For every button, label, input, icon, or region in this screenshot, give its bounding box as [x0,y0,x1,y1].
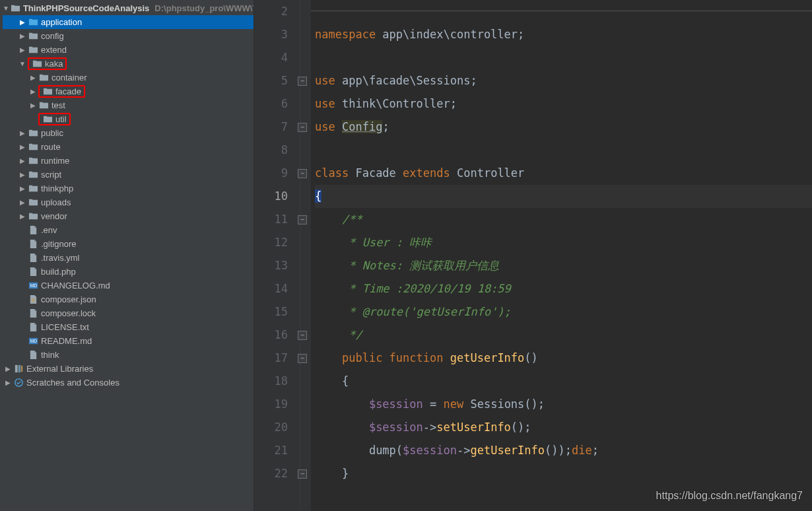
code-editor[interactable]: 2345678910111213141516171819202122 −−−−−… [254,0,812,511]
tree-item[interactable]: composer.lock [3,306,254,320]
tree-item[interactable]: composer.json [3,292,254,306]
tree-item[interactable]: ▶extend [3,43,254,57]
tree-item[interactable]: ▶Scratches and Consoles [3,376,254,390]
line-number[interactable]: 3 [254,23,300,46]
line-number[interactable]: 13 [254,254,300,277]
line-number[interactable]: 2 [254,0,300,23]
tree-item[interactable]: util [3,112,254,126]
expand-arrow-icon[interactable]: ▶ [4,379,12,386]
tree-item[interactable]: LICENSE.txt [3,320,254,334]
line-number[interactable]: 22 [254,462,300,485]
line-number[interactable]: 7 [254,116,300,139]
expand-arrow-icon[interactable]: ▶ [29,74,37,81]
code-line[interactable]: */ [315,324,812,347]
tree-item[interactable]: .env [3,223,254,237]
line-number[interactable]: 11 [254,208,300,231]
code-area[interactable]: namespace app\index\controller;use app\f… [311,0,812,511]
tree-item[interactable]: ▶facade [3,85,254,98]
code-line[interactable]: /** [315,208,812,231]
code-line[interactable]: { [315,185,812,208]
code-line[interactable]: use app\facade\Sessions; [315,69,812,92]
fold-toggle-icon[interactable]: − [298,77,307,86]
line-number[interactable]: 5 [254,69,300,92]
line-number[interactable]: 8 [254,139,300,162]
line-number[interactable]: 21 [254,439,300,462]
tree-item[interactable]: ▶thinkphp [3,182,254,195]
fold-toggle-icon[interactable]: − [298,215,307,224]
code-line[interactable]: use Config; [315,116,812,139]
code-line[interactable]: * Notes: 测试获取用户信息 [315,254,812,277]
tree-item[interactable]: build.php [3,265,254,279]
tree-item[interactable]: ▶script [3,168,254,182]
expand-arrow-icon[interactable]: ▼ [3,5,9,12]
line-number[interactable]: 15 [254,300,300,324]
code-line[interactable] [315,139,812,162]
line-number[interactable]: 17 [254,347,300,370]
expand-arrow-icon[interactable]: ▶ [18,171,26,178]
expand-arrow-icon[interactable]: ▼ [18,60,26,67]
line-number[interactable]: 19 [254,393,300,416]
tree-item[interactable]: ▶route [3,140,254,154]
code-line[interactable]: class Facade extends Controller [315,162,812,185]
tree-item[interactable]: ▶runtime [3,154,254,168]
expand-arrow-icon[interactable]: ▶ [18,199,26,206]
expand-arrow-icon[interactable]: ▶ [29,102,37,109]
line-number[interactable]: 12 [254,231,300,254]
line-number[interactable]: 9 [254,162,300,185]
code-line[interactable]: namespace app\index\controller; [315,23,812,46]
line-number[interactable]: 4 [254,46,300,69]
expand-arrow-icon[interactable]: ▶ [29,88,37,95]
tree-item[interactable]: ▶application [3,15,254,29]
fold-toggle-icon[interactable]: − [298,354,307,363]
code-line[interactable]: public function getUserInfo() [315,347,812,370]
tree-item[interactable]: ▼kaka [3,57,254,71]
tree-item[interactable]: ▶External Libraries [3,362,254,376]
tree-item[interactable]: ▶uploads [3,195,254,209]
expand-arrow-icon[interactable]: ▶ [18,18,26,26]
code-line[interactable]: * User : 咔咔 [315,231,812,254]
fold-column[interactable]: −−−−−−− [300,0,311,511]
code-line[interactable]: * Time :2020/10/19 18:59 [315,277,812,300]
tree-item[interactable]: ▶public [3,126,254,140]
tree-item[interactable]: .gitignore [3,237,254,251]
line-number[interactable]: 20 [254,416,300,439]
fold-toggle-icon[interactable]: − [298,123,307,132]
expand-arrow-icon[interactable]: ▶ [18,143,26,151]
expand-arrow-icon[interactable]: ▶ [18,129,26,137]
tree-item[interactable]: MDREADME.md [3,334,254,348]
expand-arrow-icon[interactable]: ▶ [18,185,26,192]
expand-arrow-icon[interactable]: ▶ [18,32,26,40]
line-number[interactable]: 18 [254,370,300,393]
code-line[interactable]: $session->setUserInfo(); [315,416,812,439]
line-number[interactable]: 14 [254,277,300,300]
fold-toggle-icon[interactable]: − [298,469,307,479]
tree-item[interactable]: ▶test [3,98,254,112]
expand-arrow-icon[interactable]: ▶ [18,213,26,220]
expand-arrow-icon[interactable]: ▶ [4,365,12,372]
tree-item[interactable]: ▶config [3,29,254,43]
line-number[interactable]: 16 [254,324,300,347]
folder-icon [32,59,42,69]
fold-toggle-icon[interactable]: − [298,331,307,340]
expand-arrow-icon[interactable]: ▶ [18,157,26,164]
tree-item[interactable]: ▶vendor [3,209,254,223]
code-line[interactable]: $session = new Sessions(); [315,393,812,416]
code-line[interactable]: } [315,462,812,485]
line-number-gutter[interactable]: 2345678910111213141516171819202122 [254,0,300,511]
tree-item[interactable]: .travis.yml [3,251,254,265]
tree-item[interactable]: MDCHANGELOG.md [3,279,254,292]
expand-arrow-icon[interactable]: ▶ [18,46,26,53]
line-number[interactable]: 10 [254,185,300,208]
code-line[interactable]: dump($session->getUserInfo());die; [315,439,812,462]
tree-root[interactable]: ▼ ThinkPHPSourceCodeAnalysis D:\phpstudy… [3,1,254,15]
tree-item[interactable]: think [3,348,254,362]
project-tree-panel[interactable]: ▼ ThinkPHPSourceCodeAnalysis D:\phpstudy… [0,0,254,511]
fold-toggle-icon[interactable]: − [298,169,307,178]
tree-item[interactable]: ▶container [3,71,254,85]
code-line[interactable] [315,46,812,69]
code-line[interactable]: use think\Controller; [315,92,812,116]
code-line[interactable] [315,0,812,23]
code-line[interactable]: { [315,370,812,393]
line-number[interactable]: 6 [254,92,300,116]
code-line[interactable]: * @route('getUserInfo'); [315,300,812,324]
